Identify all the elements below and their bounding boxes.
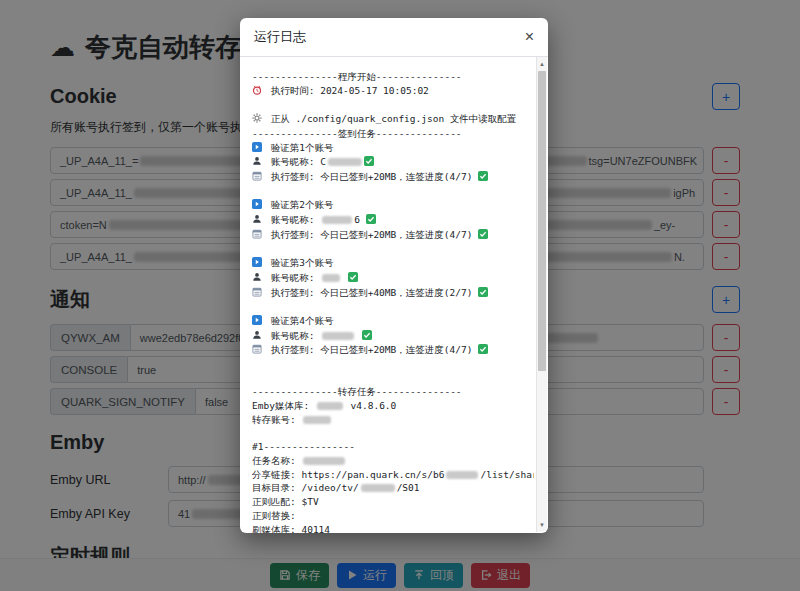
- log-line: 验证第4个账号: [252, 314, 534, 329]
- log-line: [252, 242, 534, 256]
- log-line: 刷媒体库: 40114: [252, 523, 534, 534]
- text-segment: 账号昵称:: [265, 330, 320, 341]
- scrollbar-thumb[interactable]: [538, 71, 546, 371]
- log-line: 账号昵称: C: [252, 155, 534, 170]
- play-icon: [252, 199, 262, 213]
- redacted-text: [303, 457, 345, 465]
- redacted-text: [361, 484, 395, 492]
- log-line: [252, 185, 534, 199]
- text-segment: 验证第3个账号: [265, 257, 333, 268]
- text-segment: 执行签到: 今日已签到+20MB，连签进度(4/7): [265, 171, 478, 182]
- text-segment: 账号昵称: C: [265, 156, 326, 167]
- text-segment: 验证第4个账号: [265, 315, 333, 326]
- cal-icon: [252, 229, 262, 243]
- log-line: [252, 427, 534, 441]
- check-icon: [362, 330, 372, 344]
- log-line: 账号昵称:: [252, 271, 534, 286]
- text-segment: 执行签到: 今日已签到+20MB，连签进度(4/7): [265, 344, 478, 355]
- modal-header: 运行日志 ×: [240, 18, 548, 56]
- log-panel: ---------------程序开始--------------- 执行时间:…: [240, 56, 548, 533]
- log-line: 执行签到: 今日已签到+20MB，连签进度(4/7): [252, 170, 534, 185]
- log-line: 验证第1个账号: [252, 141, 534, 156]
- text-segment: #1----------------: [252, 441, 355, 452]
- text-segment: 执行时间: 2024-05-17 10:05:02: [265, 85, 429, 96]
- check-icon: [366, 214, 376, 228]
- text-segment: 任务名称:: [252, 455, 301, 466]
- check-icon: [478, 171, 488, 185]
- redacted-text: [303, 416, 331, 424]
- text-segment: 目标目录: /video/tv/: [252, 482, 359, 493]
- user-icon: [252, 272, 262, 286]
- log-line: 转存账号:: [252, 413, 534, 427]
- text-segment: Emby媒体库:: [252, 400, 315, 411]
- log-line: 验证第3个账号: [252, 256, 534, 271]
- text-segment: ---------------程序开始---------------: [252, 71, 462, 82]
- close-icon[interactable]: ×: [525, 29, 534, 45]
- log-line: 正从 ./config/quark_config.json 文件中读取配置: [252, 112, 534, 127]
- text-segment: 执行签到: 今日已签到+20MB，连签进度(4/7): [265, 229, 478, 240]
- cal-icon: [252, 287, 262, 301]
- scroll-down-icon[interactable]: ▼: [537, 519, 547, 531]
- log-line: ---------------签到任务---------------: [252, 127, 534, 141]
- check-icon: [478, 344, 488, 358]
- run-log-modal: 运行日志 × ---------------程序开始--------------…: [240, 18, 548, 533]
- scroll-up-icon[interactable]: ▲: [537, 58, 547, 70]
- check-icon: [478, 287, 488, 301]
- play-icon: [252, 257, 262, 271]
- text-segment: 转存账号:: [252, 414, 301, 425]
- text-segment: ---------------签到任务---------------: [252, 128, 462, 139]
- log-line: 执行签到: 今日已签到+20MB，连签进度(4/7): [252, 228, 534, 243]
- redacted-text: [322, 274, 340, 282]
- user-icon: [252, 214, 262, 228]
- text-segment: 正从 ./config/quark_config.json 文件中读取配置: [265, 113, 516, 124]
- gear-icon: [252, 113, 262, 127]
- log-content: ---------------程序开始--------------- 执行时间:…: [252, 70, 534, 533]
- log-line: [252, 358, 534, 372]
- log-line: 目标目录: /video/tv//S01: [252, 481, 534, 495]
- log-line: 正则匹配: $TV: [252, 495, 534, 509]
- redacted-text: [446, 471, 478, 479]
- text-segment: 执行签到: 今日已签到+40MB，连签进度(2/7): [265, 287, 478, 298]
- text-segment: 账号昵称:: [265, 214, 320, 225]
- check-icon: [348, 272, 358, 286]
- redacted-text: [328, 158, 362, 166]
- check-icon: [478, 229, 488, 243]
- text-segment: ---------------转存任务---------------: [252, 386, 462, 397]
- text-segment: /S01: [397, 482, 420, 493]
- check-icon: [364, 156, 374, 170]
- log-line: 任务名称:: [252, 454, 534, 468]
- cal-icon: [252, 171, 262, 185]
- text-segment: v4.8.6.0: [345, 400, 396, 411]
- log-line: 正则替换:: [252, 509, 534, 523]
- log-line: Emby媒体库: v4.8.6.0: [252, 399, 534, 413]
- log-line: [252, 98, 534, 112]
- log-line: 执行签到: 今日已签到+20MB，连签进度(4/7): [252, 343, 534, 358]
- log-line: 验证第2个账号: [252, 198, 534, 213]
- log-line: [252, 372, 534, 386]
- text-segment: 正则替换:: [252, 510, 296, 521]
- log-line: 分享链接: https://pan.quark.cn/s/b6/list/sha…: [252, 468, 534, 482]
- log-line: #1----------------: [252, 440, 534, 454]
- log-line: 账号昵称:: [252, 329, 534, 344]
- log-scrollbar[interactable]: ▲ ▼: [536, 57, 547, 532]
- log-line: [252, 300, 534, 314]
- text-segment: 刷媒体库: 40114: [252, 524, 330, 534]
- log-line: 执行时间: 2024-05-17 10:05:02: [252, 84, 534, 99]
- log-line: 账号昵称: 6: [252, 213, 534, 228]
- text-segment: 6: [354, 214, 365, 225]
- text-segment: 账号昵称:: [265, 272, 320, 283]
- modal-title: 运行日志: [254, 28, 306, 46]
- user-icon: [252, 330, 262, 344]
- user-icon: [252, 156, 262, 170]
- clock-icon: [252, 85, 262, 99]
- text-segment: 验证第2个账号: [265, 199, 333, 210]
- text-segment: 正则匹配: $TV: [252, 496, 319, 507]
- text-segment: /list/share/9: [480, 469, 534, 480]
- play-icon: [252, 142, 262, 156]
- cal-icon: [252, 344, 262, 358]
- text-segment: 验证第1个账号: [265, 142, 333, 153]
- log-line: ---------------转存任务---------------: [252, 385, 534, 399]
- redacted-text: [322, 216, 352, 224]
- redacted-text: [322, 332, 354, 340]
- log-line: ---------------程序开始---------------: [252, 70, 534, 84]
